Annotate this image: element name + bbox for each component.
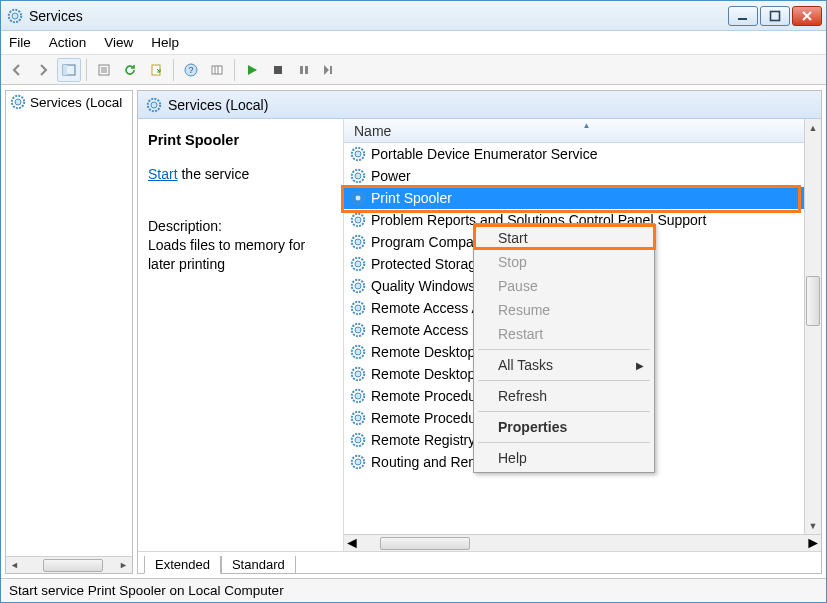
- status-bar: Start service Print Spooler on Local Com…: [1, 578, 826, 602]
- scroll-right-arrow-icon[interactable]: ►: [805, 534, 821, 551]
- tree-root-label: Services (Local: [30, 95, 122, 110]
- scroll-left-arrow-icon[interactable]: ◄: [6, 558, 23, 573]
- service-name: Portable Device Enumerator Service: [371, 146, 597, 162]
- scrollbar-thumb[interactable]: [43, 559, 103, 572]
- context-menu-separator: [478, 442, 650, 443]
- menu-view[interactable]: View: [104, 35, 133, 50]
- svg-rect-5: [63, 65, 67, 75]
- context-menu-pause: Pause: [476, 274, 652, 298]
- service-row[interactable]: Print Spooler: [344, 187, 821, 209]
- scrollbar-track[interactable]: [805, 136, 821, 517]
- svg-point-23: [151, 102, 157, 108]
- toolbar-restart-icon[interactable]: [318, 58, 342, 82]
- context-menu-separator: [478, 380, 650, 381]
- scroll-down-arrow-icon[interactable]: ▼: [805, 517, 821, 534]
- toolbar-help-icon[interactable]: ?: [179, 58, 203, 82]
- svg-rect-13: [212, 66, 222, 74]
- context-menu-separator: [478, 349, 650, 350]
- svg-point-21: [15, 99, 21, 105]
- selected-service-name: Print Spooler: [148, 131, 333, 151]
- main-body: Services (Local ◄ ► Services (Local) Pri…: [1, 85, 826, 578]
- svg-rect-10: [152, 65, 160, 75]
- service-name: Remote Registry: [371, 432, 475, 448]
- svg-rect-3: [771, 11, 780, 20]
- gear-icon: [350, 256, 366, 272]
- context-menu-all-tasks[interactable]: All Tasks▶: [476, 353, 652, 377]
- menubar: File Action View Help: [1, 31, 826, 55]
- gear-icon: [350, 234, 366, 250]
- svg-point-45: [355, 371, 361, 377]
- context-menu-refresh[interactable]: Refresh: [476, 384, 652, 408]
- scroll-left-arrow-icon[interactable]: ◄: [344, 534, 360, 551]
- toolbar-properties-icon[interactable]: [92, 58, 116, 82]
- context-menu-stop: Stop: [476, 250, 652, 274]
- gear-icon: [146, 97, 162, 113]
- gear-icon: [350, 300, 366, 316]
- gear-icon: [350, 410, 366, 426]
- svg-point-53: [355, 459, 361, 465]
- svg-point-49: [355, 415, 361, 421]
- toolbar-column-chooser-icon[interactable]: [205, 58, 229, 82]
- extended-detail-pane: Print Spooler Start the service Descript…: [138, 119, 343, 551]
- toolbar-back-icon[interactable]: [5, 58, 29, 82]
- left-scrollbar-horizontal[interactable]: ◄ ►: [6, 556, 132, 573]
- service-name: Print Spooler: [371, 190, 452, 206]
- scrollbar-thumb[interactable]: [806, 276, 820, 326]
- toolbar-export-icon[interactable]: [144, 58, 168, 82]
- services-window: Services File Action View Help ?: [0, 0, 827, 603]
- svg-point-47: [355, 393, 361, 399]
- scroll-right-arrow-icon[interactable]: ►: [115, 558, 132, 573]
- tree-root-services[interactable]: Services (Local: [6, 91, 132, 113]
- svg-point-41: [355, 327, 361, 333]
- context-menu-help[interactable]: Help: [476, 446, 652, 470]
- toolbar-stop-icon[interactable]: [266, 58, 290, 82]
- svg-text:?: ?: [188, 65, 193, 75]
- gear-icon: [10, 94, 26, 110]
- service-row[interactable]: Portable Device Enumerator Service: [344, 143, 821, 165]
- svg-point-27: [355, 173, 361, 179]
- gear-icon: [350, 212, 366, 228]
- svg-point-33: [355, 239, 361, 245]
- menu-file[interactable]: File: [9, 35, 31, 50]
- svg-point-35: [355, 261, 361, 267]
- column-header-name[interactable]: Name ▲: [344, 119, 821, 143]
- view-tabs: Extended Standard: [138, 551, 821, 573]
- gear-icon: [350, 344, 366, 360]
- gear-icon: [350, 278, 366, 294]
- tab-extended[interactable]: Extended: [144, 556, 221, 574]
- context-menu-restart: Restart: [476, 322, 652, 346]
- close-button[interactable]: [792, 6, 822, 26]
- results-header-text: Services (Local): [168, 97, 268, 113]
- toolbar-refresh-icon[interactable]: [118, 58, 142, 82]
- toolbar-pause-icon[interactable]: [292, 58, 316, 82]
- service-name: Protected Storage: [371, 256, 484, 272]
- gear-icon: [350, 146, 366, 162]
- toolbar-separator: [173, 59, 174, 81]
- service-row[interactable]: Power: [344, 165, 821, 187]
- context-menu-start[interactable]: Start: [476, 226, 652, 250]
- scrollbar-thumb[interactable]: [380, 537, 470, 550]
- tab-standard[interactable]: Standard: [221, 556, 296, 574]
- toolbar-show-hide-tree-icon[interactable]: [57, 58, 81, 82]
- maximize-button[interactable]: [760, 6, 790, 26]
- toolbar-forward-icon[interactable]: [31, 58, 55, 82]
- toolbar-start-icon[interactable]: [240, 58, 264, 82]
- menu-action[interactable]: Action: [49, 35, 87, 50]
- titlebar: Services: [1, 1, 826, 31]
- svg-point-1: [12, 13, 18, 19]
- menu-help[interactable]: Help: [151, 35, 179, 50]
- svg-point-39: [355, 305, 361, 311]
- gear-icon: [350, 388, 366, 404]
- minimize-button[interactable]: [728, 6, 758, 26]
- gear-icon: [350, 366, 366, 382]
- list-scrollbar-vertical[interactable]: ▲ ▼: [804, 119, 821, 534]
- start-service-link[interactable]: Start: [148, 166, 178, 182]
- scroll-up-arrow-icon[interactable]: ▲: [805, 119, 821, 136]
- context-menu-properties[interactable]: Properties: [476, 415, 652, 439]
- description-text: Loads files to memory for later printing: [148, 236, 333, 274]
- svg-point-37: [355, 283, 361, 289]
- context-menu-resume: Resume: [476, 298, 652, 322]
- list-scrollbar-horizontal[interactable]: ◄ ►: [344, 534, 821, 551]
- gear-icon: [350, 454, 366, 470]
- service-name: Power: [371, 168, 411, 184]
